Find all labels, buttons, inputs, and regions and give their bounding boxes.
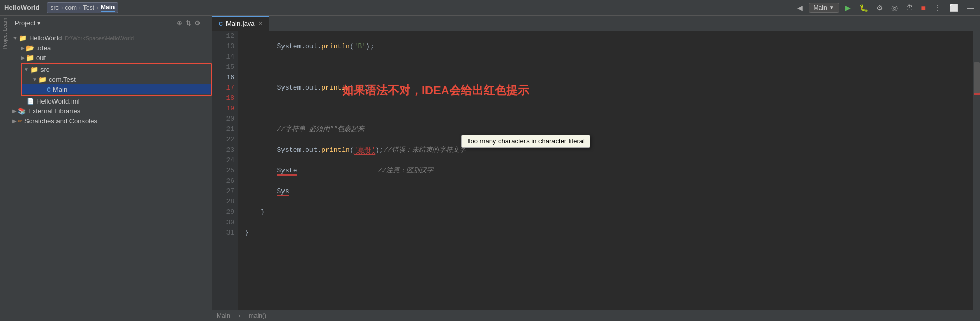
title-bar: HelloWorld src › com › Test › Main ◀ Mai… [0, 0, 980, 16]
tree-arrow-idea: ▶ [21, 45, 25, 51]
coverage-btn[interactable]: ◎ [889, 3, 900, 13]
tab-java-icon: C [219, 21, 223, 27]
tooltip-text: Too many characters in character literal [467, 137, 585, 145]
breadcrumb-main[interactable]: Main [101, 4, 115, 12]
tree-arrow-src: ▼ [24, 67, 29, 72]
idea-folder-icon: 📂 [26, 44, 34, 52]
panel-toolbar: ⊕ ⇅ ⚙ − [177, 19, 208, 27]
tree-item-scratches[interactable]: ▶ ✏ Scratches and Consoles [10, 116, 212, 126]
panel-sync-btn[interactable]: ⇅ [186, 19, 191, 27]
panel-settings-btn[interactable]: ⚙ [194, 19, 201, 27]
debug-btn[interactable]: 🐛 [857, 3, 870, 13]
src-folder-icon: 📁 [30, 66, 38, 74]
tree-item-iml[interactable]: 📄 HelloWorld.iml [10, 96, 212, 106]
scrollbar-thumb[interactable] [974, 62, 980, 93]
tree-arrow-scratches: ▶ [12, 118, 17, 124]
breadcrumb-src[interactable]: src [50, 4, 59, 11]
breadcrumb-com[interactable]: com [65, 4, 77, 11]
src-highlight-box: ▼ 📁 src ▼ 📁 com.Test C Main [21, 63, 212, 96]
code-line-20: } [245, 207, 973, 217]
extlibs-icon: 📚 [18, 107, 26, 115]
code-line-15 [245, 104, 973, 114]
editor-area: C Main.java ✕ 12 13 14 15 16 17 [212, 16, 980, 321]
tree-item-main[interactable]: C Main [22, 84, 211, 94]
tree-arrow-extlibs: ▶ [12, 108, 17, 114]
tab-main-label: Main.java [226, 20, 255, 27]
code-line-13 [245, 62, 973, 72]
project-panel-header: Project ▾ ⊕ ⇅ ⚙ − [10, 16, 212, 31]
out-folder-icon: 📁 [26, 54, 34, 62]
tree-item-extlibs[interactable]: ▶ 📚 External Libraries [10, 106, 212, 116]
tree-label-out: out [36, 54, 46, 62]
code-line-12: System.out.println('B'); [245, 41, 973, 52]
tree-path-helloworld: D:\WorkSpaces\HelloWorld [65, 35, 134, 41]
tab-close-btn[interactable]: ✕ [258, 20, 263, 27]
tree-arrow-helloworld: ▼ [12, 35, 18, 41]
run-btn[interactable]: ▶ [843, 3, 853, 13]
tree-label-helloworld: HelloWorld [29, 34, 62, 42]
main-class-icon: C [47, 86, 51, 93]
code-line-23 [245, 269, 973, 280]
iml-icon: 📄 [27, 98, 34, 105]
app-name: HelloWorld [4, 4, 39, 11]
code-body: 12 13 14 15 16 17 18 19 20 21 22 23 24 2… [212, 31, 973, 310]
tree-label-comtest: com.Test [49, 76, 76, 83]
minimize-btn[interactable]: — [964, 3, 976, 13]
code-lines[interactable]: System.out.println('B'); System.out.prin… [238, 31, 973, 310]
code-line-18: Syste //注意：区别汉字 [245, 166, 973, 176]
tree-arrow-out: ▶ [21, 55, 25, 61]
breadcrumb-test[interactable]: Test [83, 4, 94, 11]
tree-item-helloworld[interactable]: ▼ 📁 HelloWorld D:\WorkSpaces\HelloWorld [10, 33, 212, 43]
project-panel: Project ▾ ⊕ ⇅ ⚙ − ▼ 📁 HelloWorld D:\Work… [10, 16, 212, 321]
breadcrumb-bottom-method: main() [249, 312, 266, 319]
tree-label-src: src [40, 66, 49, 74]
tooltip-popup: Too many characters in character literal [461, 135, 590, 148]
breadcrumb-bottom-main: Main [217, 312, 230, 319]
tree-label-iml: HelloWorld.iml [36, 97, 80, 105]
line-numbers: 12 13 14 15 16 17 18 19 20 21 22 23 24 2… [212, 31, 238, 310]
right-gutter[interactable] [973, 31, 980, 310]
code-line-21: } [245, 228, 973, 238]
run-config-chevron: ▼ [829, 5, 834, 10]
tree-item-src[interactable]: ▼ 📁 src [22, 65, 211, 75]
navigate-back-btn[interactable]: ◀ [795, 3, 805, 13]
more-btn[interactable]: ⋮ [932, 3, 943, 13]
code-line-16: //字符串 必须用""包裹起来 [245, 124, 973, 135]
code-line-19: Sys [245, 186, 973, 197]
tree-item-comtest[interactable]: ▼ 📁 com.Test [22, 75, 211, 84]
project-tab-vertical[interactable]: Project [2, 33, 8, 49]
code-line-22 [245, 249, 973, 259]
build-btn[interactable]: ⚙ [874, 3, 885, 13]
stop-btn[interactable]: ■ [919, 3, 928, 13]
project-tree: ▼ 📁 HelloWorld D:\WorkSpaces\HelloWorld … [10, 31, 212, 321]
tree-label-idea: .idea [36, 44, 51, 52]
panel-add-btn[interactable]: ⊕ [177, 19, 182, 27]
project-folder-icon: 📁 [19, 34, 27, 42]
code-content-area[interactable]: 12 13 14 15 16 17 18 19 20 21 22 23 24 2… [212, 31, 973, 310]
tree-label-scratches: Scratches and Consoles [24, 117, 97, 125]
tree-label-extlibs: External Libraries [28, 107, 80, 115]
comtest-folder-icon: 📁 [38, 76, 47, 83]
tree-item-idea[interactable]: ▶ 📂 .idea [10, 43, 212, 53]
main-layout: Learn Project Project ▾ ⊕ ⇅ ⚙ − ▼ 📁 Hell… [0, 16, 980, 321]
breadcrumb-nav[interactable]: src › com › Test › Main [47, 2, 118, 13]
editor-breadcrumb-bar: Main › main() [212, 310, 980, 321]
code-editor[interactable]: 12 13 14 15 16 17 18 19 20 21 22 23 24 2… [212, 31, 980, 310]
tree-item-out[interactable]: ▶ 📁 out [10, 53, 212, 63]
code-line-17: System.out.println('嘉哥');//错误：未结束的字符文字 [245, 145, 973, 155]
run-config-selector[interactable]: Main ▼ [809, 3, 839, 13]
maximize-btn[interactable]: ⬜ [947, 3, 960, 13]
editor-tabs: C Main.java ✕ [212, 16, 980, 31]
breadcrumb-bottom-sep: › [238, 312, 240, 319]
tab-main-java[interactable]: C Main.java ✕ [212, 16, 269, 31]
profile-btn[interactable]: ⏱ [904, 3, 915, 13]
learn-tab[interactable]: Learn [2, 18, 8, 31]
run-config-label: Main [814, 4, 827, 11]
scratches-icon: ✏ [18, 118, 22, 124]
code-line-24 [245, 290, 973, 300]
panel-collapse-btn[interactable]: − [204, 19, 208, 27]
left-sidebar-strip: Learn Project [0, 16, 10, 321]
tree-label-main: Main [53, 85, 67, 93]
code-line-14: System.out.println('&'); [245, 83, 973, 93]
project-panel-title: Project ▾ [15, 19, 173, 27]
